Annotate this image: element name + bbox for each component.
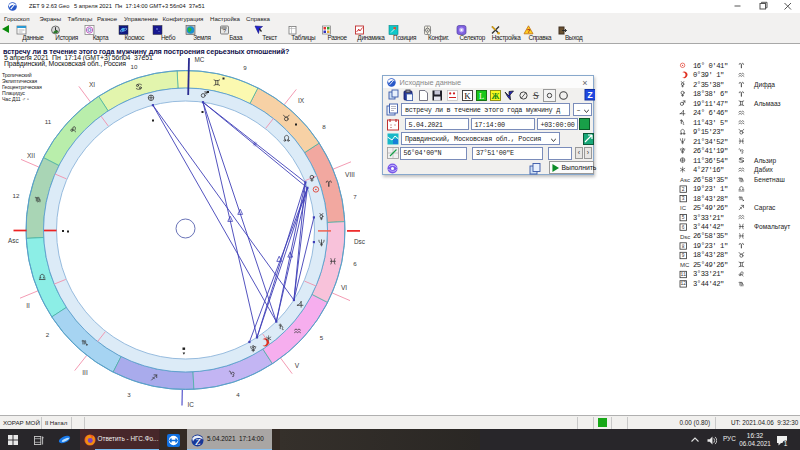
svg-text:18°43'28": 18°43'28" (693, 195, 728, 203)
svg-text:7: 7 (353, 193, 357, 200)
svg-text:26°41'19": 26°41'19" (693, 147, 728, 155)
svg-text:11: 11 (680, 272, 686, 277)
svg-text:Фомальгаут: Фомальгаут (754, 223, 790, 231)
svg-text:6: 6 (353, 260, 357, 267)
svg-text:III: III (82, 369, 88, 376)
svg-text:19°23' 1": 19°23' 1" (693, 242, 728, 250)
svg-text:3°33'21": 3°33'21" (693, 270, 724, 278)
svg-text:9: 9 (243, 64, 247, 71)
svg-text:26°58'35": 26°58'35" (693, 232, 728, 240)
svg-text:IC: IC (188, 401, 195, 408)
svg-text:11: 11 (45, 118, 52, 125)
svg-text:Альзир: Альзир (754, 157, 776, 165)
svg-text:25°49'26": 25°49'26" (693, 261, 728, 269)
svg-text:Dsc: Dsc (680, 234, 690, 240)
svg-text:8: 8 (682, 244, 685, 249)
svg-text:2°35'38": 2°35'38" (693, 81, 724, 89)
svg-text:L: L (478, 91, 483, 101)
svg-text:VIII: VIII (345, 171, 355, 178)
svg-text:V: V (295, 362, 300, 369)
svg-text:5: 5 (682, 215, 685, 220)
svg-text:Саргас: Саргас (754, 204, 776, 212)
svg-text:26°58'35": 26°58'35" (693, 176, 728, 184)
svg-text:VI: VI (341, 284, 347, 291)
svg-text:5: 5 (320, 334, 324, 341)
svg-text:Дабих: Дабих (754, 166, 774, 174)
svg-text:II: II (26, 302, 30, 309)
svg-text:18°38' 6": 18°38' 6" (693, 90, 728, 98)
svg-text:11°36'54": 11°36'54" (693, 157, 728, 165)
svg-text:Asc: Asc (680, 177, 690, 183)
svg-text:25°49'26": 25°49'26" (693, 204, 728, 212)
svg-text:9°15'23": 9°15'23" (693, 128, 724, 136)
svg-text:8: 8 (322, 123, 326, 130)
svg-text:11°43' 5": 11°43' 5" (693, 119, 728, 127)
svg-text:Ж: Ж (491, 92, 499, 101)
svg-text:IC: IC (680, 205, 687, 211)
svg-text:3°44'42": 3°44'42" (693, 223, 724, 231)
svg-text:12: 12 (13, 192, 20, 199)
svg-text:0°39' 1": 0°39' 1" (693, 71, 724, 79)
svg-text:Z: Z (587, 90, 592, 100)
svg-text:3: 3 (682, 196, 685, 201)
svg-text:19°11'47": 19°11'47" (693, 100, 728, 108)
svg-text:Dsc: Dsc (354, 238, 366, 245)
svg-text:21°34'52": 21°34'52" (693, 138, 728, 146)
svg-text:2: 2 (682, 187, 685, 192)
svg-text:24° 6'46": 24° 6'46" (693, 109, 728, 117)
svg-text:Альмааз: Альмааз (754, 100, 781, 107)
svg-text:12: 12 (680, 281, 686, 286)
svg-text:16° 0'41": 16° 0'41" (693, 62, 728, 70)
svg-text:XI: XI (89, 81, 95, 88)
svg-text:4: 4 (236, 391, 240, 398)
svg-text:MC: MC (680, 262, 690, 268)
svg-text:3°44'42": 3°44'42" (693, 280, 724, 288)
svg-text:K: K (464, 91, 471, 101)
svg-text:Ѕ: Ѕ (533, 91, 538, 101)
svg-text:19°23' 1": 19°23' 1" (693, 185, 728, 193)
svg-text:МС: МС (195, 56, 205, 63)
svg-text:XII: XII (27, 152, 35, 159)
svg-text:9: 9 (682, 253, 685, 258)
svg-text:2: 2 (46, 331, 50, 338)
svg-text:3°33'21": 3°33'21" (693, 214, 724, 222)
svg-text:3: 3 (127, 391, 131, 398)
svg-text:18°43'28": 18°43'28" (693, 251, 728, 259)
svg-text:4°27'16": 4°27'16" (693, 166, 724, 174)
svg-text:10: 10 (131, 63, 138, 70)
svg-text:Дифда: Дифда (754, 81, 775, 89)
svg-text:1: 1 (784, 440, 788, 447)
svg-text:IX: IX (298, 97, 305, 104)
svg-text:6: 6 (682, 225, 685, 230)
svg-text:Бенетнаш: Бенетнаш (754, 176, 785, 183)
svg-text:Asc: Asc (8, 237, 19, 244)
